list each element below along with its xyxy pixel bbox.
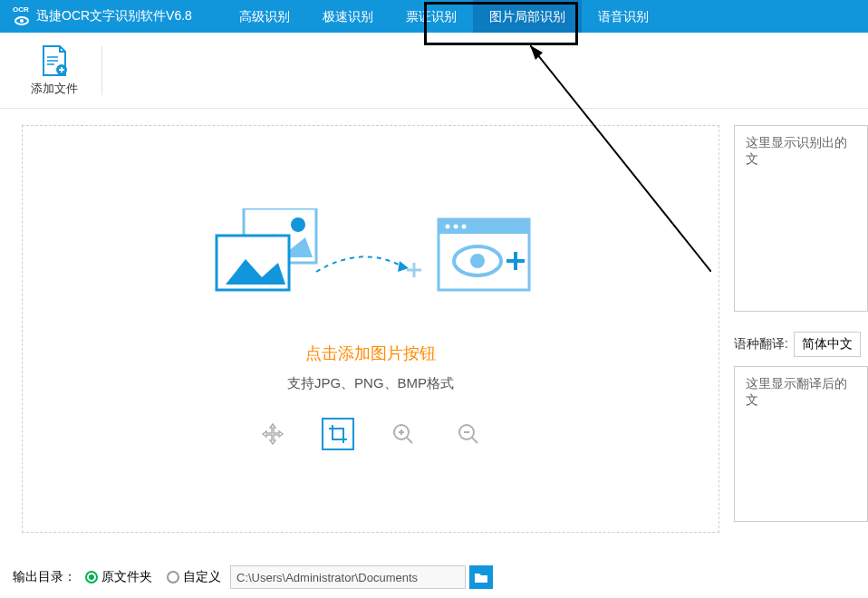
add-file-label: 添加文件 [31, 81, 78, 97]
tab-advanced[interactable]: 高级识别 [223, 0, 306, 33]
app-logo-icon: OCR [13, 7, 31, 25]
tab-fast[interactable]: 极速识别 [306, 0, 390, 33]
radio-custom-label: 自定义 [183, 569, 221, 585]
svg-point-17 [454, 224, 458, 228]
right-panel: 这里显示识别出的文 语种翻译: 简体中文 这里显示翻译后的文 [734, 125, 868, 533]
radio-custom-folder[interactable]: 自定义 [167, 569, 221, 585]
folder-icon [474, 571, 488, 584]
svg-point-16 [446, 224, 450, 228]
tab-image-region[interactable]: 图片局部识别 [473, 0, 582, 33]
app-title: 迅捷OCR文字识别软件V6.8 [36, 8, 192, 24]
svg-line-24 [407, 438, 412, 443]
result-textbox[interactable]: 这里显示识别出的文 [734, 125, 868, 312]
svg-line-28 [472, 438, 477, 443]
prompt-text: 点击添加图片按钮 [305, 342, 436, 364]
tab-ticket[interactable]: 票证识别 [390, 0, 473, 33]
svg-point-7 [291, 217, 305, 232]
svg-point-20 [470, 254, 485, 268]
toolbar-divider [101, 46, 102, 95]
drop-zone[interactable]: 点击添加图片按钮 支持JPG、PNG、BMP格式 [22, 125, 719, 533]
nav-tabs: 高级识别 极速识别 票证识别 图片局部识别 语音识别 [223, 0, 665, 33]
add-file-button[interactable]: 添加文件 [18, 37, 91, 104]
translate-label: 语种翻译: [734, 336, 788, 352]
add-file-icon [40, 44, 69, 77]
tab-voice[interactable]: 语音识别 [582, 0, 665, 33]
output-path-input[interactable] [230, 565, 466, 589]
radio-icon [167, 571, 179, 584]
logo-area: OCR 迅捷OCR文字识别软件V6.8 [0, 7, 223, 25]
output-bar: 输出目录： 原文件夹 自定义 [0, 565, 506, 589]
move-tool-icon[interactable] [256, 418, 289, 450]
format-text: 支持JPG、PNG、BMP格式 [287, 375, 454, 392]
svg-rect-15 [439, 219, 529, 234]
radio-original-label: 原文件夹 [101, 569, 152, 585]
content-area: 点击添加图片按钮 支持JPG、PNG、BMP格式 [0, 109, 868, 549]
translate-row: 语种翻译: 简体中文 [734, 330, 868, 359]
tool-icons [256, 418, 485, 450]
crop-tool-icon[interactable] [322, 418, 354, 450]
top-bar: OCR 迅捷OCR文字识别软件V6.8 高级识别 极速识别 票证识别 图片局部识… [0, 0, 868, 33]
illustration [207, 208, 534, 317]
browse-folder-button[interactable] [469, 565, 493, 589]
translate-textbox[interactable]: 这里显示翻译后的文 [734, 366, 868, 522]
radio-original-folder[interactable]: 原文件夹 [85, 569, 152, 585]
zoom-in-icon[interactable] [387, 418, 420, 450]
translate-language-dropdown[interactable]: 简体中文 [794, 332, 861, 357]
zoom-out-icon[interactable] [452, 418, 485, 450]
output-radio-group: 原文件夹 自定义 [85, 569, 221, 585]
output-label: 输出目录： [13, 569, 76, 585]
radio-icon [85, 571, 98, 584]
svg-point-18 [462, 224, 467, 228]
toolbar: 添加文件 [0, 33, 868, 109]
